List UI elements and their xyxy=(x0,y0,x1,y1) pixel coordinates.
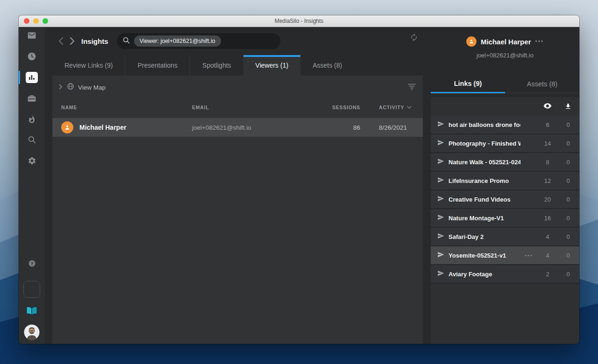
search-filter-chip[interactable]: Viewer: joel+082621@shift.io xyxy=(134,35,221,47)
gear-icon xyxy=(28,156,36,165)
viewers-table-header: NAME EMAIL SESSIONS ACTIVITY xyxy=(52,98,423,117)
book-icon xyxy=(26,306,38,316)
window-titlebar[interactable]: MediaSilo - Insights xyxy=(19,15,579,27)
link-row[interactable]: Nature Montage-V1 16 0 xyxy=(431,209,579,228)
link-name: Aviary Footage xyxy=(448,271,520,278)
viewers-panel: View Map NAME EMAIL SESSIONS ACTIVITY xyxy=(52,76,423,344)
refresh-button[interactable] xyxy=(409,32,419,42)
link-views: 2 xyxy=(537,271,558,278)
link-name: LifeInsurance Promo xyxy=(448,177,520,184)
flame-icon xyxy=(28,115,36,124)
minimize-button[interactable] xyxy=(33,18,39,24)
sidebar-item-activity[interactable] xyxy=(19,112,45,126)
user-avatar xyxy=(24,324,40,340)
app-content: Insights Viewer: joel+082621@shift.io Re… xyxy=(45,27,579,344)
sidebar-item-help[interactable]: ? xyxy=(19,256,45,270)
sidebar-item-search[interactable] xyxy=(19,133,45,147)
link-row[interactable]: Safari-Day 2 4 0 xyxy=(431,228,579,246)
profile-menu-button[interactable]: ••• xyxy=(535,38,544,45)
send-icon xyxy=(437,176,448,185)
link-name: Photography - Finished Work xyxy=(448,140,520,147)
links-list-header xyxy=(431,97,579,116)
link-views: 4 xyxy=(537,252,558,259)
link-row[interactable]: Creative Fund Videos 20 0 xyxy=(431,190,579,209)
link-row[interactable]: Nature Walk - 052521-024 8 0 xyxy=(431,153,579,172)
link-views: 20 xyxy=(537,196,558,203)
briefcase-icon xyxy=(27,94,36,103)
column-email[interactable]: EMAIL xyxy=(192,105,332,110)
downloads-icon xyxy=(558,103,578,110)
tab-review-links[interactable]: Review Links (9) xyxy=(52,55,125,76)
link-name: Nature Walk - 052521-024 xyxy=(448,159,520,166)
viewer-sessions: 86 xyxy=(332,124,360,131)
links-panel: hot air balloons drone footage 6 0 Photo… xyxy=(431,97,579,344)
sidebar-item-settings[interactable] xyxy=(19,154,45,168)
link-menu-button[interactable]: ••• xyxy=(520,252,537,258)
link-views: 6 xyxy=(537,121,558,128)
column-activity-label: ACTIVITY xyxy=(379,105,404,110)
tab-spotlights[interactable]: Spotlights xyxy=(190,55,243,76)
viewer-email: joel+082621@shift.io xyxy=(192,124,332,131)
link-downloads: 0 xyxy=(558,271,578,278)
column-name[interactable]: NAME xyxy=(61,105,192,110)
profile-name: Michael Harper xyxy=(481,38,531,46)
link-name: Nature Montage-V1 xyxy=(448,215,520,222)
search-input[interactable]: Viewer: joel+082621@shift.io xyxy=(117,33,280,49)
send-icon xyxy=(437,270,448,279)
sidebar-dropzone[interactable] xyxy=(19,280,45,298)
tab-profile-assets[interactable]: Assets (8) xyxy=(505,75,579,93)
link-downloads: 0 xyxy=(558,140,578,147)
link-row[interactable]: Photography - Finished Work 14 0 xyxy=(431,134,579,153)
link-downloads: 0 xyxy=(558,121,578,128)
close-button[interactable] xyxy=(24,18,29,24)
sidebar-item-projects[interactable] xyxy=(19,91,45,105)
sidebar-item-recents[interactable] xyxy=(19,49,45,63)
bar-chart-icon xyxy=(26,72,38,83)
sidebar-item-guide[interactable] xyxy=(19,304,45,318)
globe-icon xyxy=(67,83,74,92)
link-downloads: 0 xyxy=(558,177,578,184)
tab-assets[interactable]: Assets (8) xyxy=(300,55,354,76)
svg-text:?: ? xyxy=(30,261,33,266)
link-downloads: 0 xyxy=(558,196,578,203)
help-icon: ? xyxy=(28,259,36,268)
link-row[interactable]: hot air balloons drone footage 6 0 xyxy=(431,116,579,134)
viewer-avatar xyxy=(61,121,73,133)
viewer-name: Michael Harper xyxy=(79,124,126,131)
tab-presentations[interactable]: Presentations xyxy=(125,55,190,76)
link-name: Creative Fund Videos xyxy=(448,196,520,203)
send-icon xyxy=(437,195,448,204)
send-icon xyxy=(437,232,448,241)
link-row[interactable]: LifeInsurance Promo 12 0 xyxy=(431,172,579,190)
sidebar-user[interactable] xyxy=(19,324,45,341)
back-button[interactable] xyxy=(55,35,66,47)
tab-viewers[interactable]: Viewers (1) xyxy=(243,55,301,76)
profile-tabbar: Links (9) Assets (8) xyxy=(431,75,579,93)
view-map-toggle[interactable]: View Map xyxy=(52,76,423,97)
tab-links[interactable]: Links (9) xyxy=(431,75,505,93)
link-views: 4 xyxy=(537,233,558,240)
column-sessions[interactable]: SESSIONS xyxy=(332,105,360,110)
profile-email: joel+082621@shift.io xyxy=(431,52,579,59)
forward-button[interactable] xyxy=(66,35,78,47)
viewer-row-michael-harper[interactable]: Michael Harper joel+082621@shift.io 86 8… xyxy=(52,118,423,137)
view-map-label: View Map xyxy=(78,84,106,91)
column-activity[interactable]: ACTIVITY xyxy=(360,105,415,110)
mail-icon xyxy=(27,31,36,40)
link-views: 14 xyxy=(537,140,558,147)
clock-icon xyxy=(27,52,36,61)
sidebar-item-insights[interactable] xyxy=(19,70,45,84)
send-icon xyxy=(437,158,448,167)
link-downloads: 0 xyxy=(558,252,578,259)
insights-tabbar: Review Links (9) Presentations Spotlight… xyxy=(52,55,354,76)
zoom-button[interactable] xyxy=(43,18,48,24)
sidebar-item-mail[interactable] xyxy=(19,28,45,42)
link-downloads: 0 xyxy=(558,215,578,222)
link-row[interactable]: Aviary Footage 2 0 xyxy=(431,265,579,284)
filter-button[interactable] xyxy=(407,82,416,91)
link-row-hovered[interactable]: Yosemite-052521-v1 ••• 4 0 xyxy=(431,246,579,265)
send-icon xyxy=(437,120,448,129)
link-downloads: 0 xyxy=(558,233,578,240)
link-views: 8 xyxy=(537,159,558,166)
app-sidebar: ? xyxy=(19,27,45,344)
